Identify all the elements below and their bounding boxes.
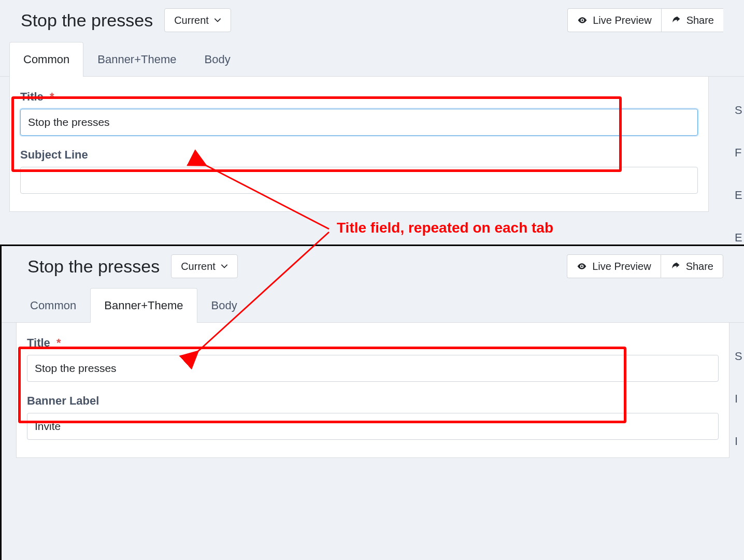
form-banner-theme: Title * Banner Label (16, 323, 729, 458)
sidebar-peek-letter: I (735, 435, 744, 448)
eye-icon (577, 15, 588, 25)
title-input[interactable] (20, 109, 698, 136)
share-button[interactable]: Share (661, 254, 723, 278)
banner-label-group: Banner Label (27, 394, 719, 440)
sidebar-peek-letter: E (735, 231, 744, 245)
header-actions: Live Preview Share (567, 254, 723, 278)
version-select[interactable]: Current (164, 8, 231, 32)
required-mark: * (56, 336, 61, 349)
sidebar-peek: S I I (735, 350, 744, 448)
share-label: Share (686, 261, 713, 272)
sidebar-peek-letter: E (735, 189, 744, 202)
title-label: Title * (20, 90, 698, 104)
sidebar-peek: S F E E (735, 104, 744, 245)
tab-body[interactable]: Body (191, 42, 245, 77)
chevron-down-icon (221, 263, 228, 270)
version-select-label: Current (174, 15, 209, 26)
banner-label-input[interactable] (27, 413, 719, 440)
eye-icon (577, 261, 587, 271)
sidebar-peek-letter: F (735, 146, 744, 160)
tabs: Common Banner+Theme Body (0, 40, 744, 77)
title-label-text: Title (27, 336, 50, 349)
banner-label-label: Banner Label (27, 394, 719, 408)
tab-common[interactable]: Common (9, 42, 83, 77)
chevron-down-icon (214, 17, 221, 24)
sidebar-peek-letter: S (735, 104, 744, 117)
page-title: Stop the presses (27, 256, 160, 277)
share-icon (671, 15, 681, 25)
subject-line-group: Subject Line (20, 148, 698, 194)
share-icon (670, 261, 681, 271)
subject-line-label: Subject Line (20, 148, 698, 162)
live-preview-label: Live Preview (592, 261, 651, 272)
subject-line-input[interactable] (20, 167, 698, 194)
live-preview-label: Live Preview (593, 15, 651, 26)
share-button[interactable]: Share (661, 8, 723, 32)
tab-banner-theme[interactable]: Banner+Theme (83, 42, 190, 77)
sidebar-peek-letter: I (735, 392, 744, 406)
title-field-group: Title * (20, 90, 698, 136)
form-common: Title * Subject Line (9, 77, 709, 212)
tab-body[interactable]: Body (197, 288, 251, 323)
page-title: Stop the presses (21, 10, 153, 31)
header-bar: Stop the presses Current Live Preview (0, 0, 744, 40)
title-label: Title * (27, 336, 719, 350)
title-label-text: Title (20, 90, 44, 103)
tab-common[interactable]: Common (16, 288, 90, 323)
tab-banner-theme[interactable]: Banner+Theme (90, 288, 197, 323)
header-actions: Live Preview Share (567, 8, 723, 32)
live-preview-button[interactable]: Live Preview (567, 8, 661, 32)
title-input[interactable] (27, 355, 719, 382)
version-select[interactable]: Current (171, 254, 238, 278)
required-mark: * (50, 90, 54, 103)
tabs: Common Banner+Theme Body (2, 286, 744, 323)
title-field-group: Title * (27, 336, 719, 382)
version-select-label: Current (181, 261, 216, 272)
share-label: Share (686, 15, 714, 26)
live-preview-button[interactable]: Live Preview (567, 254, 660, 278)
sidebar-peek-letter: S (735, 350, 744, 363)
header-bar: Stop the presses Current Live Preview (2, 246, 744, 286)
